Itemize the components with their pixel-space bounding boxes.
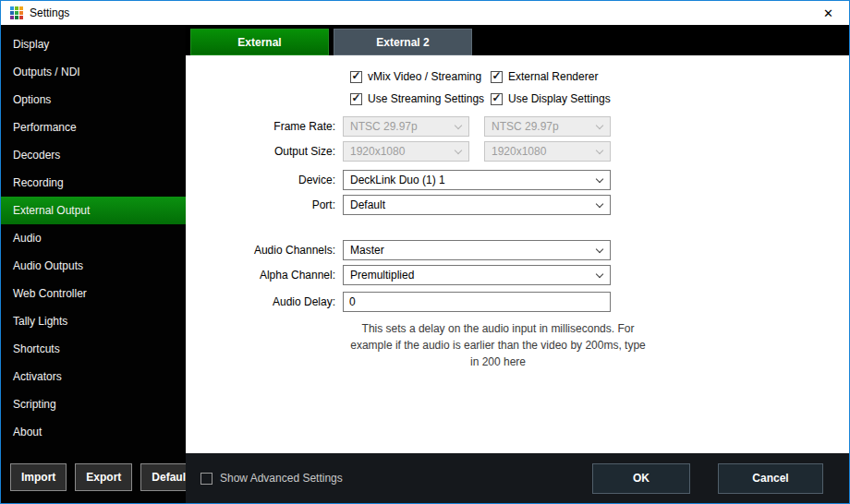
chevron-down-icon: [596, 246, 603, 253]
checkbox-icon: [491, 93, 503, 105]
output-size-label: Output Size:: [186, 145, 343, 158]
combo-value: DeckLink Duo (1) 1: [350, 174, 445, 186]
combo-value: NTSC 29.97p: [492, 120, 559, 133]
chevron-down-icon: [596, 270, 603, 278]
sidebar-item-recording[interactable]: Recording: [1, 169, 186, 197]
device-row: Device: DeckLink Duo (1) 1: [186, 170, 849, 190]
settings-panel: vMix Video / Streaming External Renderer…: [186, 55, 849, 453]
checkbox-icon: [491, 71, 503, 83]
sidebar-item-outputs-ndi[interactable]: Outputs / NDI: [1, 58, 186, 86]
import-button[interactable]: Import: [10, 463, 67, 491]
checkbox-icon: [350, 93, 362, 105]
audio-delay-row: Audio Delay:: [186, 292, 849, 312]
sidebar-item-options[interactable]: Options: [1, 86, 186, 114]
sidebar-item-performance[interactable]: Performance: [1, 114, 186, 141]
sidebar-item-web-controller[interactable]: Web Controller: [1, 280, 186, 307]
combo-value: 1920x1080: [492, 145, 546, 158]
checkbox-label: External Renderer: [508, 70, 598, 83]
alpha-channel-label: Alpha Channel:: [186, 269, 343, 282]
chevron-down-icon: [455, 147, 462, 154]
combo-value: NTSC 29.97p: [350, 120, 418, 133]
alpha-channel-select[interactable]: Premultiplied: [343, 265, 611, 285]
frame-rate-row: Frame Rate: NTSC 29.97p NTSC 29.97p: [186, 116, 849, 137]
audio-channels-row: Audio Channels: Master: [186, 240, 849, 260]
chevron-down-icon: [596, 175, 603, 183]
use-streaming-settings-checkbox[interactable]: Use Streaming Settings: [350, 92, 491, 105]
checkbox-label: Show Advanced Settings: [220, 472, 343, 485]
vmix-logo-icon: [8, 6, 24, 21]
sidebar-item-about[interactable]: About: [1, 418, 186, 446]
audio-delay-label: Audio Delay:: [186, 295, 343, 308]
checkbox-label: Use Display Settings: [508, 92, 611, 105]
combo-value: Default: [350, 198, 385, 211]
footer-bar: Show Advanced Settings OK Cancel: [186, 453, 849, 503]
audio-channels-select[interactable]: Master: [343, 240, 611, 260]
audio-delay-help-text: This sets a delay on the audio input in …: [350, 320, 646, 370]
checkbox-label: Use Streaming Settings: [368, 92, 484, 105]
device-select[interactable]: DeckLink Duo (1) 1: [343, 170, 611, 190]
chevron-down-icon: [455, 122, 462, 129]
checkbox-icon: [350, 71, 362, 83]
port-row: Port: Default: [186, 195, 849, 215]
main-area: External External 2 vMix Video / Streami…: [186, 25, 849, 503]
sidebar-item-scripting[interactable]: Scripting: [1, 390, 186, 418]
tab-external-2[interactable]: External 2: [334, 29, 472, 55]
output-size-row: Output Size: 1920x1080 1920x1080: [186, 141, 849, 162]
checkbox-row-2: Use Streaming Settings Use Display Setti…: [350, 92, 849, 105]
alpha-channel-row: Alpha Channel: Premultiplied: [186, 265, 849, 285]
port-label: Port:: [186, 198, 343, 211]
titlebar: Settings ✕: [1, 1, 849, 25]
frame-rate-label: Frame Rate:: [186, 120, 343, 133]
show-advanced-settings-checkbox[interactable]: Show Advanced Settings: [200, 472, 343, 485]
sidebar-item-tally-lights[interactable]: Tally Lights: [1, 307, 186, 335]
frame-rate-select-1[interactable]: NTSC 29.97p: [343, 116, 469, 137]
chevron-down-icon: [596, 147, 603, 154]
sidebar-item-audio[interactable]: Audio: [1, 224, 186, 252]
port-select[interactable]: Default: [343, 195, 611, 215]
sidebar-nav: Display Outputs / NDI Options Performanc…: [1, 25, 186, 463]
use-display-settings-checkbox[interactable]: Use Display Settings: [491, 92, 611, 105]
sidebar-item-display[interactable]: Display: [1, 30, 186, 58]
checkbox-row-1: vMix Video / Streaming External Renderer: [350, 70, 849, 83]
close-icon[interactable]: ✕: [808, 1, 849, 25]
sidebar-buttons: Import Export Default: [1, 463, 186, 503]
cancel-button[interactable]: Cancel: [718, 463, 823, 494]
ok-button[interactable]: OK: [592, 463, 690, 494]
sidebar-item-shortcuts[interactable]: Shortcuts: [1, 335, 186, 363]
output-size-select-2[interactable]: 1920x1080: [484, 141, 611, 162]
combo-value: 1920x1080: [350, 145, 405, 158]
combo-value: Master: [350, 244, 384, 257]
tab-external[interactable]: External: [190, 29, 329, 55]
external-renderer-checkbox[interactable]: External Renderer: [491, 70, 598, 83]
device-label: Device:: [186, 174, 343, 186]
settings-window: Settings ✕ Display Outputs / NDI Options…: [0, 0, 850, 504]
chevron-down-icon: [596, 200, 603, 208]
sidebar-item-audio-outputs[interactable]: Audio Outputs: [1, 252, 186, 280]
sidebar-item-external-output[interactable]: External Output: [1, 197, 186, 224]
frame-rate-select-2[interactable]: NTSC 29.97p: [484, 116, 611, 137]
audio-channels-label: Audio Channels:: [186, 244, 343, 257]
audio-delay-input[interactable]: [343, 292, 611, 312]
window-title: Settings: [30, 6, 69, 19]
checkbox-label: vMix Video / Streaming: [368, 70, 481, 83]
combo-value: Premultiplied: [350, 269, 414, 282]
checkbox-icon: [200, 473, 212, 485]
footer-buttons: OK Cancel: [592, 463, 823, 494]
export-button[interactable]: Export: [75, 463, 132, 491]
vmix-video-streaming-checkbox[interactable]: vMix Video / Streaming: [350, 70, 491, 83]
sidebar-item-decoders[interactable]: Decoders: [1, 141, 186, 169]
chevron-down-icon: [596, 122, 603, 129]
sidebar-item-activators[interactable]: Activators: [1, 363, 186, 390]
window-body: Display Outputs / NDI Options Performanc…: [1, 25, 849, 503]
sidebar: Display Outputs / NDI Options Performanc…: [1, 25, 186, 503]
tab-bar: External External 2: [186, 25, 849, 55]
output-size-select-1[interactable]: 1920x1080: [343, 141, 469, 162]
